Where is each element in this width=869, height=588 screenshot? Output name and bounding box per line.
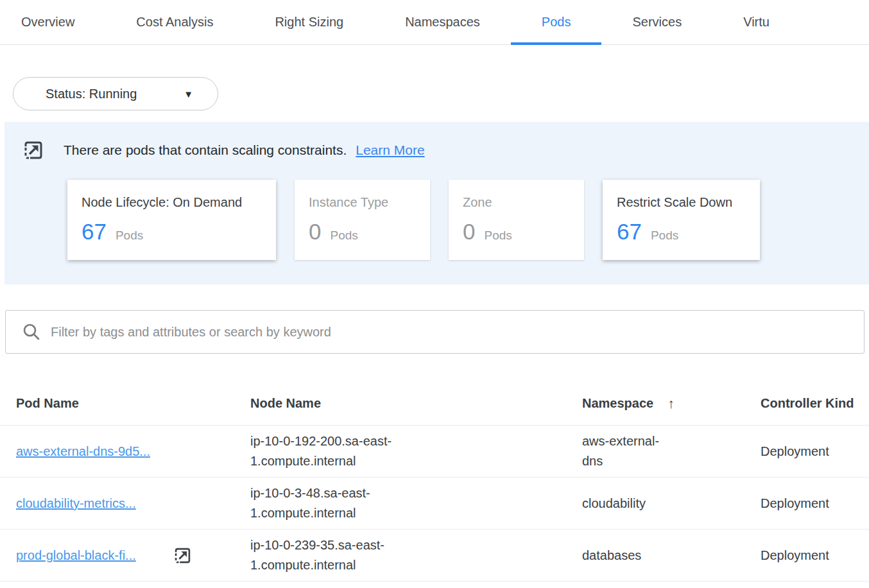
column-header-namespace[interactable]: Namespace ↑ <box>582 396 761 411</box>
node-name-cell: ip-10-0-192-200.sa-east-1.compute.intern… <box>250 431 582 471</box>
pod-name-link[interactable]: cloudability-metrics... <box>16 494 136 514</box>
search-input[interactable] <box>51 325 851 340</box>
card-node-lifecycle[interactable]: Node Lifecycle: On Demand 67 Pods <box>67 180 276 260</box>
table-header-row: Pod Name Node Name Namespace ↑ Controlle… <box>0 382 869 426</box>
card-unit-label: Pods <box>116 229 143 243</box>
pod-name-cell: prod-global-black-fi... <box>16 545 250 566</box>
scaling-constraint-icon <box>172 545 193 566</box>
column-header-node-name[interactable]: Node Name <box>250 396 582 411</box>
controller-kind-cell: Deployment <box>761 546 869 566</box>
card-pod-count: 0 <box>309 219 321 245</box>
scaling-constraints-banner: There are pods that contain scaling cons… <box>4 122 869 284</box>
namespace-cell: aws-external-dns <box>582 431 761 471</box>
pod-name-link[interactable]: aws-external-dns-9d5... <box>16 442 150 462</box>
status-filter-label: Status: Running <box>46 87 137 101</box>
table-row: cloudability-metrics... ip-10-0-3-48.sa-… <box>0 478 869 530</box>
tab-virtual[interactable]: Virtu <box>712 0 800 44</box>
constraint-cards: Node Lifecycle: On Demand 67 Pods Instan… <box>67 180 869 260</box>
banner-message-row: There are pods that contain scaling cons… <box>21 138 869 162</box>
card-zone[interactable]: Zone 0 Pods <box>449 180 584 260</box>
table-row: aws-external-dns-9d5... ip-10-0-192-200.… <box>0 426 869 478</box>
card-title: Node Lifecycle: On Demand <box>82 195 262 210</box>
column-header-controller-kind[interactable]: Controller Kind <box>761 396 869 411</box>
node-name-cell: ip-10-0-3-48.sa-east-1.compute.internal <box>250 483 582 523</box>
card-unit-label: Pods <box>651 229 678 243</box>
controller-kind-cell: Deployment <box>761 494 869 514</box>
card-pod-count: 67 <box>617 219 642 245</box>
chevron-down-icon: ▼ <box>184 89 193 99</box>
tab-cost-analysis[interactable]: Cost Analysis <box>105 0 244 44</box>
banner-message: There are pods that contain scaling cons… <box>64 143 347 158</box>
card-unit-label: Pods <box>484 229 512 243</box>
node-name-cell: ip-10-0-239-35.sa-east-1.compute.interna… <box>250 535 582 575</box>
card-instance-type[interactable]: Instance Type 0 Pods <box>295 180 430 260</box>
namespace-cell: cloudability <box>582 494 761 514</box>
card-title: Zone <box>463 195 570 210</box>
tab-namespaces[interactable]: Namespaces <box>374 0 511 44</box>
table-row: prod-global-black-fi... ip-10-0-239-35.s… <box>0 530 869 582</box>
card-restrict-scale-down[interactable]: Restrict Scale Down 67 Pods <box>603 180 760 260</box>
search-bar[interactable] <box>5 310 865 354</box>
tab-right-sizing[interactable]: Right Sizing <box>244 0 374 44</box>
pod-name-cell: cloudability-metrics... <box>16 494 250 514</box>
tab-bar: Overview Cost Analysis Right Sizing Name… <box>0 0 869 45</box>
column-header-label: Namespace <box>582 396 653 411</box>
search-icon <box>22 323 40 341</box>
learn-more-link[interactable]: Learn More <box>356 143 424 158</box>
card-unit-label: Pods <box>330 229 357 243</box>
sort-ascending-icon[interactable]: ↑ <box>667 396 675 411</box>
tab-pods[interactable]: Pods <box>511 0 602 44</box>
column-header-pod-name[interactable]: Pod Name <box>16 396 250 411</box>
card-pod-count: 0 <box>463 219 475 245</box>
tab-overview[interactable]: Overview <box>0 0 105 44</box>
card-title: Restrict Scale Down <box>617 195 746 210</box>
controller-kind-cell: Deployment <box>761 442 869 462</box>
pod-name-link[interactable]: prod-global-black-fi... <box>16 546 136 566</box>
status-filter-dropdown[interactable]: Status: Running ▼ <box>13 77 218 110</box>
card-pod-count: 67 <box>82 219 107 245</box>
scaling-constraint-icon <box>21 138 46 162</box>
pods-table: Pod Name Node Name Namespace ↑ Controlle… <box>0 382 869 582</box>
pod-name-cell: aws-external-dns-9d5... <box>16 442 250 462</box>
card-title: Instance Type <box>309 195 416 210</box>
tab-services[interactable]: Services <box>601 0 712 44</box>
namespace-cell: databases <box>582 546 761 566</box>
